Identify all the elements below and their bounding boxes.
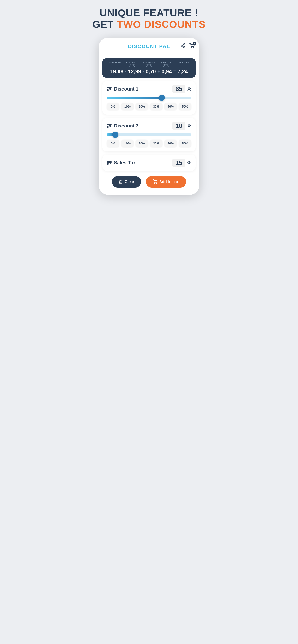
discount1-title: Discount 1 — [114, 86, 138, 92]
svg-line-4 — [182, 44, 184, 46]
discount2-section: Discount 2 10 % 0% 10% 20% 30% 40% 50% — [102, 118, 196, 152]
discount2-percent: % — [186, 123, 191, 129]
sales-tax-title-group: Sales Tax — [107, 160, 136, 166]
discount2-slider-track[interactable] — [107, 134, 191, 136]
discount1-btn-0[interactable]: 0% — [107, 103, 119, 110]
discount2-btn-50[interactable]: 50% — [179, 140, 191, 147]
discount2-value-group: 10 % — [172, 122, 191, 130]
phone-frame: DISCOUNT PAL — [99, 38, 199, 195]
discount1-quick-buttons: 0% 10% 20% 30% 40% 50% — [107, 103, 191, 110]
discount2-btn-30[interactable]: 30% — [150, 140, 163, 147]
add-to-cart-button[interactable]: Add to cart — [146, 176, 186, 188]
discount1-btn-30[interactable]: 30% — [150, 103, 163, 110]
discount1-title-group: Discount 1 — [107, 86, 138, 92]
discount1-header: Discount 1 65 % — [107, 85, 191, 93]
final-value: 7,24 — [178, 68, 188, 75]
discount1-value: 12,99 — [128, 68, 141, 75]
discount2-label: Discount 2(10%) — [140, 61, 158, 66]
svg-point-5 — [191, 48, 192, 48]
discount2-btn-40[interactable]: 40% — [164, 140, 177, 147]
calc-bar: Initial Price Discount 1(65%) Discount 2… — [102, 58, 196, 78]
initial-price-value: 19,98 — [110, 68, 123, 75]
discount1-value: 65 — [172, 85, 186, 93]
sliders-icon-3 — [107, 161, 112, 164]
cart-badge: 1 — [193, 42, 196, 45]
discount1-btn-20[interactable]: 20% — [135, 103, 148, 110]
discount1-btn-10[interactable]: 10% — [121, 103, 134, 110]
share-icon — [180, 43, 186, 48]
discount1-slider-track[interactable] — [107, 96, 191, 99]
clear-button[interactable]: Clear — [112, 176, 141, 188]
headline-line2: GET TWO DISCOUNTS — [92, 19, 206, 30]
headline-line1: UNIQUE FEATURE ! — [92, 7, 206, 19]
discount1-section: Discount 1 65 % 0% 10% 20% 30% 40% 50% — [102, 81, 196, 114]
final-price-label: Final Price — [175, 61, 192, 66]
discount2-btn-20[interactable]: 20% — [135, 140, 148, 147]
calc-values: 19,98 - 12,99 - 0,70 + 0,94 = 7,24 — [106, 68, 192, 75]
bottom-buttons: Clear Add to cart — [102, 176, 196, 188]
headline: UNIQUE FEATURE ! GET TWO DISCOUNTS — [92, 7, 206, 30]
discount2-btn-0[interactable]: 0% — [107, 140, 119, 147]
cart-button[interactable]: 1 — [189, 43, 195, 50]
discount1-percent: % — [186, 86, 191, 92]
discount2-quick-buttons: 0% 10% 20% 30% 40% 50% — [107, 140, 191, 147]
discount2-header: Discount 2 10 % — [107, 122, 191, 130]
sliders-icon-2 — [107, 124, 112, 127]
sales-tax-title: Sales Tax — [114, 160, 136, 166]
headline-get: GET — [92, 19, 117, 30]
headline-highlight: TWO DISCOUNTS — [117, 19, 206, 30]
discount2-slider-thumb[interactable] — [112, 132, 118, 138]
header-icons: 1 — [180, 43, 195, 50]
svg-point-6 — [193, 48, 194, 48]
clear-label: Clear — [125, 180, 134, 184]
sales-tax-value-group: 15 % — [172, 158, 191, 167]
discount1-value-group: 65 % — [172, 85, 191, 93]
cart-plus-icon — [153, 180, 158, 184]
calc-labels: Initial Price Discount 1(65%) Discount 2… — [106, 61, 192, 66]
op-minus2: - — [142, 69, 144, 74]
initial-price-label: Initial Price — [106, 61, 123, 66]
add-to-cart-label: Add to cart — [159, 180, 180, 184]
svg-point-7 — [154, 183, 155, 184]
app-title: DISCOUNT PAL — [128, 43, 170, 50]
sales-tax-section: Sales Tax 15 % — [102, 155, 196, 171]
sales-tax-value: 15 — [172, 158, 186, 167]
discount2-btn-10[interactable]: 10% — [121, 140, 134, 147]
op-equals: = — [173, 69, 176, 74]
sales-tax-percent: % — [186, 160, 191, 166]
tax-value: 0,94 — [162, 68, 172, 75]
discount2-title: Discount 2 — [114, 123, 138, 129]
page-wrapper: UNIQUE FEATURE ! GET TWO DISCOUNTS DISCO… — [91, 7, 207, 195]
op-plus: + — [158, 69, 160, 74]
svg-point-8 — [157, 183, 157, 184]
sales-tax-label: Sales Tax(15%) — [158, 61, 175, 66]
share-button[interactable] — [180, 43, 186, 50]
discount1-btn-50[interactable]: 50% — [179, 103, 191, 110]
discount1-label: Discount 1(65%) — [123, 61, 140, 66]
discount2-value: 10 — [172, 122, 186, 130]
discount1-slider-thumb[interactable] — [159, 95, 165, 101]
app-header: DISCOUNT PAL — [99, 38, 199, 54]
discount1-slider-fill — [107, 96, 162, 99]
trash-icon — [118, 180, 123, 184]
op-minus1: - — [125, 69, 126, 74]
discount2-value: 0,70 — [146, 68, 156, 75]
discount2-title-group: Discount 2 — [107, 123, 138, 129]
sliders-icon-1 — [107, 88, 112, 90]
discount1-btn-40[interactable]: 40% — [164, 103, 177, 110]
svg-line-3 — [182, 46, 184, 47]
